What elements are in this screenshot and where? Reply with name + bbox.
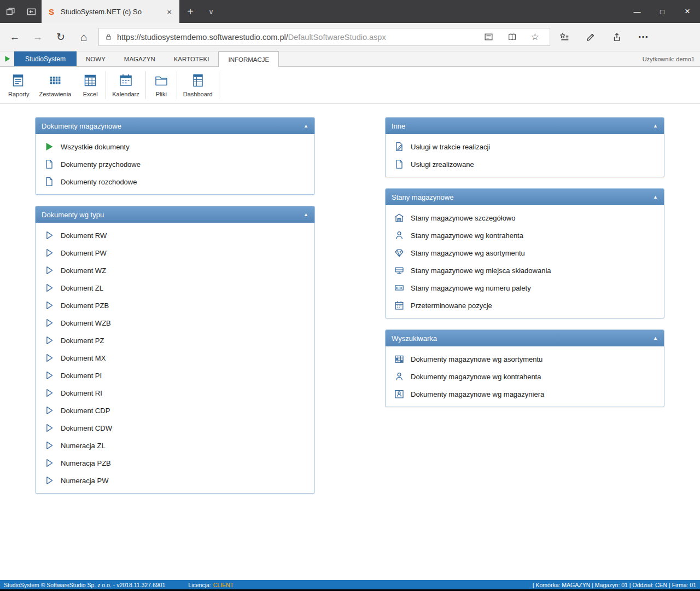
new-tab-button[interactable]: +: [179, 0, 201, 23]
list-item[interactable]: Numeracja PW: [36, 472, 314, 489]
ribbon-button-zestawienia[interactable]: Zestawienia: [34, 67, 77, 103]
user-label: Użytkownik: demo1: [643, 56, 700, 62]
panel-header[interactable]: Dokumenty wg typu ▲: [36, 206, 314, 223]
collapse-icon[interactable]: ▲: [653, 123, 658, 129]
list-item-label: Dokument MX: [61, 354, 106, 362]
collapse-icon[interactable]: ▲: [304, 212, 308, 217]
home-button[interactable]: ⌂: [72, 26, 95, 49]
ribbon-button-pliki[interactable]: Pliki: [147, 67, 176, 103]
tab-close-icon[interactable]: ×: [165, 6, 174, 18]
ribbon-button-dashboard[interactable]: Dashboard: [178, 67, 218, 103]
share-button[interactable]: [605, 26, 629, 49]
panel-title: Wyszukiwarka: [392, 334, 437, 343]
list-item[interactable]: Usługi zrealizowane: [386, 155, 664, 173]
url-domain: https://studiosystemdemo.softwarestudio.…: [117, 33, 288, 42]
list-item[interactable]: Dokument ZL: [36, 279, 314, 297]
ribbon-button-raporty[interactable]: Raporty: [3, 67, 34, 103]
app-play-button[interactable]: [0, 51, 14, 66]
favorites-hub-button[interactable]: [552, 26, 576, 49]
play-outline-icon: [43, 405, 55, 416]
table-search-icon: [393, 354, 405, 365]
list-item[interactable]: Stany magazynowe wg miejsca składowania: [386, 262, 664, 279]
ribbon-button-excel[interactable]: Excel: [76, 67, 104, 103]
document-icon: [393, 159, 405, 170]
menu-tab-nowy[interactable]: NOWY: [77, 51, 115, 66]
list-item[interactable]: Stany magazynowe szczegółowo: [386, 209, 664, 227]
list-item[interactable]: Dokumenty magazynowe wg asortymentu: [386, 350, 664, 368]
menu-tab-informacje[interactable]: INFORMACJE: [218, 51, 279, 67]
list-item[interactable]: Dokument WZ: [36, 262, 314, 279]
list-item[interactable]: Dokument CDP: [36, 402, 314, 419]
list-item[interactable]: Dokument PZB: [36, 297, 314, 314]
add-favorite-star-icon[interactable]: ☆: [526, 31, 544, 43]
minimize-button[interactable]: —: [625, 0, 650, 23]
panel-header[interactable]: Wyszukiwarka ▲: [386, 330, 664, 346]
tab-preview-button[interactable]: [0, 0, 21, 23]
menu-tab-kartoteki[interactable]: KARTOTEKI: [165, 51, 219, 66]
list-item-label: Stany magazynowe wg miejsca składowania: [411, 266, 551, 275]
back-button[interactable]: ←: [3, 26, 26, 49]
panel-stany-magazynowe: Stany magazynowe ▲ Stany magazynowe szcz…: [385, 188, 664, 318]
list-item[interactable]: Dokument CDW: [36, 419, 314, 437]
list-item-label: Numeracja PW: [61, 477, 108, 485]
ribbon-divider: [219, 71, 219, 99]
collapse-icon[interactable]: ▲: [304, 123, 308, 129]
play-outline-icon: [43, 230, 55, 241]
list-item[interactable]: Usługi w trakcie realizacji: [386, 138, 664, 155]
list-item[interactable]: Dokumenty magazynowe wg magazyniera: [386, 385, 664, 403]
reading-list-icon[interactable]: [503, 32, 522, 42]
list-item[interactable]: Wszystkie dokumenty: [36, 138, 314, 155]
list-item[interactable]: Numeracja ZL: [36, 437, 314, 454]
document-icon: [43, 176, 55, 188]
menu-tab-magazyn[interactable]: MAGAZYN: [115, 51, 165, 66]
list-item[interactable]: Dokument PZ: [36, 332, 314, 349]
close-button[interactable]: ×: [675, 0, 700, 23]
lock-icon: [104, 33, 113, 41]
play-outline-icon: [43, 282, 55, 294]
panel-header[interactable]: Dokumenty magazynowe ▲: [36, 118, 314, 134]
list-item[interactable]: Dokument RW: [36, 227, 314, 244]
ribbon-button-label: Raporty: [8, 91, 30, 97]
pallet-number-icon: [393, 282, 405, 294]
list-item[interactable]: Dokumenty przychodowe: [36, 155, 314, 173]
list-item[interactable]: Dokumenty magazynowe wg kontrahenta: [386, 368, 664, 385]
list-item-label: Dokumenty przychodowe: [61, 160, 141, 169]
list-item[interactable]: Dokumenty rozchodowe: [36, 173, 314, 190]
forward-button[interactable]: →: [26, 26, 49, 49]
web-note-button[interactable]: [579, 26, 603, 49]
list-item-label: Dokument ZL: [61, 284, 103, 292]
tab-list-chevron-icon[interactable]: ∨: [201, 0, 221, 23]
list-item[interactable]: Numeracja PZB: [36, 454, 314, 472]
list-item-label: Dokument RW: [61, 231, 107, 240]
panel-header[interactable]: Stany magazynowe ▲: [386, 189, 664, 205]
refresh-button[interactable]: ↻: [49, 26, 72, 49]
set-tabs-aside-button[interactable]: [21, 0, 42, 23]
list-item[interactable]: Stany magazynowe wg asortymentu: [386, 244, 664, 262]
list-item[interactable]: Stany magazynowe wg kontrahenta: [386, 227, 664, 244]
list-item-label: Stany magazynowe wg asortymentu: [411, 249, 525, 257]
list-item[interactable]: Stany magazynowe wg numeru palety: [386, 279, 664, 297]
maximize-button[interactable]: □: [650, 0, 675, 23]
settings-more-button[interactable]: …: [631, 26, 655, 49]
ribbon-button-kalendarz[interactable]: Kalendarz: [107, 67, 144, 103]
panel-header[interactable]: Inne ▲: [386, 118, 664, 134]
brand-tab-studiosystem[interactable]: StudioSystem: [14, 51, 77, 66]
collapse-icon[interactable]: ▲: [653, 194, 658, 200]
collapse-icon[interactable]: ▲: [653, 335, 658, 341]
list-item[interactable]: Dokument WZB: [36, 314, 314, 332]
reading-view-icon[interactable]: [479, 32, 498, 42]
panel-inne: Inne ▲ Usługi w trakcie realizacji Usług…: [385, 117, 664, 177]
panel-body: Dokument RW Dokument PW Dokument WZ Doku…: [36, 223, 314, 493]
list-item[interactable]: Przeterminowane pozycje: [386, 297, 664, 314]
list-item[interactable]: Dokument MX: [36, 349, 314, 367]
status-context: | Komórka: MAGAZYN | Magazyn: 01 | Oddzi…: [533, 582, 696, 588]
browser-tab[interactable]: S StudioSystem.NET (c) So ×: [42, 0, 179, 23]
list-item[interactable]: Dokument PW: [36, 244, 314, 262]
app-menubar: StudioSystem NOWY MAGAZYN KARTOTEKI INFO…: [0, 51, 700, 67]
list-item-label: Dokument RI: [61, 389, 102, 397]
play-outline-icon: [43, 335, 55, 346]
list-item[interactable]: Dokument RI: [36, 384, 314, 402]
panel-body: Dokumenty magazynowe wg asortymentu Doku…: [386, 346, 664, 407]
address-input[interactable]: https://studiosystemdemo.softwarestudio.…: [98, 28, 550, 46]
list-item[interactable]: Dokument PI: [36, 367, 314, 384]
